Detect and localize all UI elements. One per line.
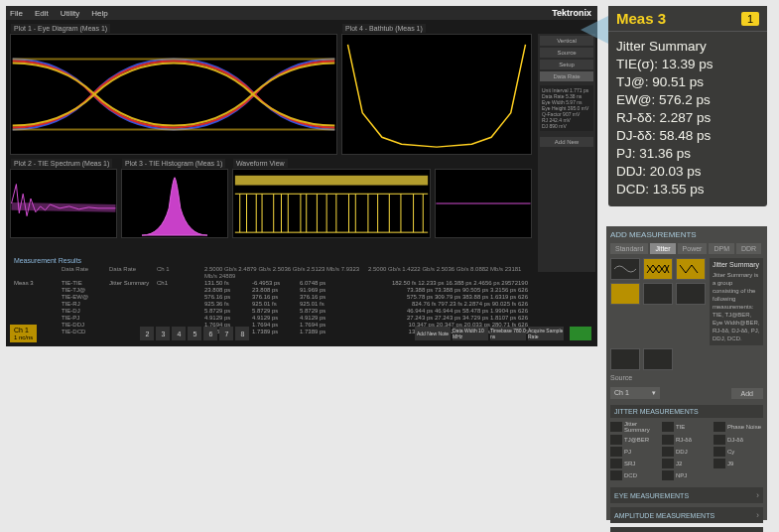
section-jitter[interactable]: JITTER MEASUREMENTS (610, 405, 763, 418)
measurement-results-panel: Measurement Results Data Rate Data Rate … (10, 253, 532, 332)
meas-icon (662, 422, 674, 432)
meas-icon (610, 422, 622, 432)
meas-item[interactable]: DDJ (662, 447, 712, 457)
table-row: TIE-RJ925.36 fs925.01 fs925.01 fs824.76 … (14, 301, 528, 308)
bathtub-svg (342, 35, 531, 154)
ctrl-datawidth[interactable]: Data Width 10 MHz (453, 327, 488, 340)
meas-item[interactable]: SRJ (610, 459, 660, 468)
bottom-bar: Ch 11 nc/ns 2 3 4 5 6 7 8 Add New Note D… (10, 325, 591, 342)
plot-eye-diagram[interactable]: Plot 1 - Eye Diagram (Meas 1) (10, 34, 337, 155)
meas-icon (714, 459, 725, 468)
callout-line: DJ-δδ: 58.48 ps (616, 127, 759, 145)
menubar: File Edit Utility Help (6, 6, 597, 20)
slot-6[interactable]: 6 (203, 327, 217, 340)
histogram-svg (122, 170, 227, 237)
meas-icon (610, 470, 622, 480)
sidebar-source[interactable]: Source (540, 48, 593, 58)
menu-file[interactable]: File (10, 9, 23, 18)
preview-thumb-selected[interactable] (643, 258, 673, 280)
chevron-down-icon: ▾ (652, 389, 656, 397)
preview-thumb[interactable] (610, 283, 640, 305)
meas-item[interactable]: TIE (662, 421, 712, 433)
menu-edit[interactable]: Edit (35, 9, 49, 18)
meas-icon (714, 447, 725, 457)
sidebar-stats: Unit Interval 1.771 ps Data Rate 5.38 ns… (540, 85, 593, 131)
plot-waveform-view[interactable]: Waveform View (232, 169, 431, 238)
measurement-callout: Meas 3 1 Jitter Summary TIE(σ): 13.39 ps… (608, 6, 767, 206)
plot-bathtub-title: Plot 4 - Bathtub (Meas 1) (342, 24, 426, 33)
preview-thumb[interactable] (676, 283, 706, 305)
sidebar-add-new[interactable]: Add New (540, 137, 593, 147)
plot-tie-histogram[interactable]: Plot 3 - TIE Histogram (Meas 1) (121, 169, 228, 238)
section-time[interactable]: TIME MEASUREMENTS› (610, 527, 763, 532)
preview-thumb[interactable] (643, 348, 673, 370)
menu-help[interactable]: Help (91, 9, 107, 18)
slot-8[interactable]: 8 (235, 327, 249, 340)
tab-power[interactable]: Power (678, 243, 708, 254)
add-button[interactable]: Add (731, 388, 763, 399)
preview-thumb[interactable] (610, 258, 640, 280)
table-row: Meas 3TIE-TIEJitter SummaryCh1131.50 fs-… (14, 280, 528, 287)
plot-bathtub[interactable]: Plot 4 - Bathtub (Meas 1) (341, 34, 532, 155)
svg-rect-1 (343, 35, 531, 154)
source-select[interactable]: Ch 1▾ (610, 387, 660, 399)
meas-item[interactable]: DCD (610, 470, 660, 480)
callout-line: EW@: 576.2 ps (616, 91, 759, 109)
meas-icon (662, 470, 674, 480)
meas-icon (662, 459, 674, 468)
callout-line: DCD: 13.55 ps (616, 181, 759, 199)
meas-item[interactable]: Phase Noise (714, 421, 763, 433)
meas-item[interactable]: Jitter Summary (610, 421, 660, 433)
meas-item[interactable]: J2 (662, 459, 712, 468)
preview-description: Jitter Summary Jitter Summary is a group… (710, 258, 763, 345)
section-eye[interactable]: EYE MEASUREMENTS› (610, 487, 763, 503)
scope-sidebar: Vertical Source Setup Data Rate Unit Int… (538, 34, 595, 272)
preview-thumb[interactable] (610, 348, 640, 370)
table-row: TIE-EW@576.16 ps376.16 ps376.16 ps575.78… (14, 294, 528, 301)
tab-dpm[interactable]: DPM (709, 243, 734, 254)
meas-icon (662, 435, 674, 445)
ctrl-acquire[interactable]: Acquire Sample Rate (528, 327, 564, 340)
source-label: Source (610, 374, 763, 381)
meas-item[interactable]: NPJ (662, 470, 712, 480)
ctrl-timebase[interactable]: Timebase 780.0 ns (490, 327, 526, 340)
tab-ddr[interactable]: DDR (736, 243, 761, 254)
extra-svg (436, 170, 531, 237)
preview-thumb[interactable] (676, 258, 706, 280)
callout-line: TIE(σ): 13.39 ps (616, 56, 759, 73)
preview-thumb[interactable] (643, 283, 673, 305)
callout-line: RJ-δδ: 2.287 ps (616, 109, 759, 127)
waveform-svg (233, 170, 430, 237)
tab-standard[interactable]: Standard (610, 243, 648, 254)
slot-7[interactable]: 7 (219, 327, 233, 340)
svg-rect-0 (13, 35, 335, 154)
callout-summary-title: Jitter Summary (616, 38, 759, 56)
slot-5[interactable]: 5 (188, 327, 201, 340)
section-amplitude[interactable]: AMPLITUDE MEASUREMENTS› (610, 507, 763, 523)
meas-icon (714, 435, 725, 445)
chevron-right-icon: › (756, 510, 759, 520)
channel-badge[interactable]: Ch 11 nc/ns (10, 325, 37, 342)
meas-item[interactable]: J9 (714, 459, 763, 468)
meas-item[interactable]: RJ-δδ (662, 435, 712, 445)
addmeas-tabs: Standard Jitter Power DPM DDR (610, 243, 763, 254)
sidebar-setup[interactable]: Setup (540, 60, 593, 69)
slot-4[interactable]: 4 (172, 327, 186, 340)
slot-2[interactable]: 2 (140, 327, 154, 340)
meas-item[interactable]: Cy (714, 447, 763, 457)
plot-histogram-title: Plot 3 - TIE Histogram (Meas 1) (122, 159, 225, 168)
meas-item[interactable]: TJ@BER (610, 435, 660, 445)
meas-item[interactable]: DJ-δδ (714, 435, 763, 445)
oscilloscope-window: File Edit Utility Help Tektronix Plot 1 … (6, 6, 597, 346)
plot-tie-spectrum[interactable]: Plot 2 - TIE Spectrum (Meas 1) (10, 169, 117, 238)
callout-pointer-icon (581, 16, 608, 44)
plot-extra[interactable] (435, 169, 532, 238)
table-row: TIE-DJ5.8729 ps5.8729 ps5.8729 ps46.944 … (14, 308, 528, 315)
meas-item[interactable]: PJ (610, 447, 660, 457)
tab-jitter[interactable]: Jitter (650, 243, 675, 254)
slot-3[interactable]: 3 (156, 327, 170, 340)
ctrl-note[interactable]: Add New Note (415, 327, 451, 340)
menu-utility[interactable]: Utility (61, 9, 80, 18)
table-row: TIE-PJ4.9129 ps4.9129 ps4.9129 ps27.243 … (14, 315, 528, 322)
run-button[interactable] (570, 327, 591, 340)
